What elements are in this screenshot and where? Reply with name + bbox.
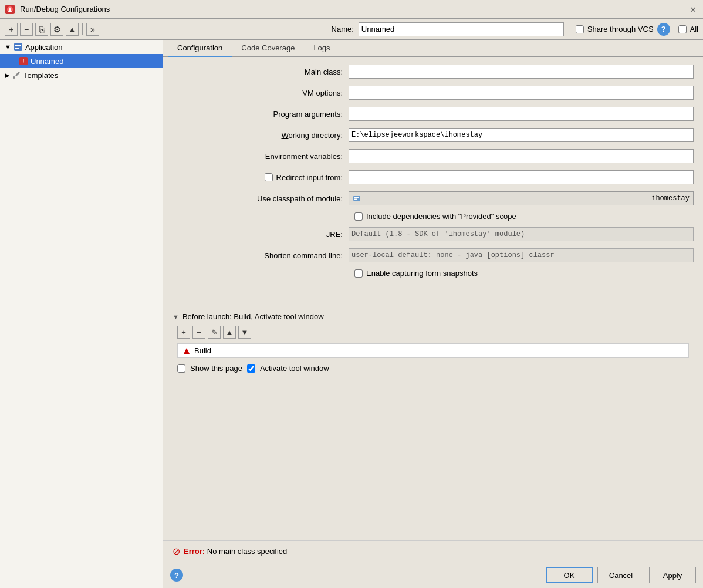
main-class-row: Main class:	[173, 64, 694, 79]
env-vars-row: Environment variables:	[173, 148, 694, 164]
env-vars-label: Environment variables:	[173, 152, 349, 161]
svg-text:!: !	[22, 58, 24, 65]
error-detail: No main class specified	[207, 547, 288, 556]
ok-button[interactable]: OK	[546, 567, 593, 583]
shorten-cmd-input[interactable]	[349, 248, 694, 262]
svg-marker-12	[184, 348, 190, 354]
tab-code-coverage[interactable]: Code Coverage	[232, 40, 304, 57]
sidebar-item-unnamed[interactable]: ! Unnamed	[0, 54, 163, 68]
redirect-label: Redirect input from:	[173, 173, 349, 182]
settings-button[interactable]: ⚙	[50, 23, 63, 36]
classpath-label: Use classpath of module:	[173, 194, 349, 203]
apply-button[interactable]: Apply	[649, 567, 696, 583]
tabs-bar: Configuration Code Coverage Logs	[163, 40, 703, 57]
svg-rect-9	[353, 196, 360, 201]
program-args-label: Program arguments:	[173, 110, 349, 119]
remove-config-button[interactable]: −	[20, 23, 33, 36]
sidebar-item-application[interactable]: ▼ Application	[0, 40, 163, 54]
show-page-row: Show this page Activate tool window	[173, 364, 694, 373]
redirect-row: Redirect input from:	[173, 170, 694, 185]
before-launch-add-button[interactable]: +	[177, 326, 190, 339]
share-help-icon[interactable]: ?	[657, 23, 670, 36]
before-launch-title: Before launch: Build, Activate tool wind…	[182, 312, 324, 321]
jre-label: JRE:	[173, 230, 349, 239]
enable-snapshots-row: Enable capturing form snapshots	[173, 269, 694, 278]
program-args-input[interactable]	[349, 107, 694, 121]
main-class-input[interactable]	[349, 65, 694, 79]
title-bar: Run/Debug Configurations ✕	[0, 0, 703, 19]
sidebar: ▼ Application ! Unnamed ▶ Templates	[0, 40, 163, 588]
build-row: Build	[177, 343, 689, 358]
share-vcs-label: Share through VCS	[587, 25, 654, 33]
vm-options-label: VM options:	[173, 89, 349, 97]
right-panel: Configuration Code Coverage Logs Main cl…	[163, 40, 703, 588]
module-icon	[353, 194, 361, 202]
classpath-module-dropdown[interactable]: ihomestay	[349, 191, 694, 205]
sidebar-application-label: Application	[25, 43, 63, 52]
classpath-module-row: Use classpath of module: ihomestay	[173, 191, 694, 206]
add-config-button[interactable]: +	[5, 23, 18, 36]
error-section: ⊘ Error: No main class specified	[163, 540, 703, 562]
error-prefix: Error:	[184, 547, 205, 556]
error-icon: ⊘	[173, 546, 180, 557]
toolbar-separator	[82, 23, 83, 35]
copy-config-button[interactable]: ⎘	[35, 23, 48, 36]
help-button[interactable]: ?	[170, 569, 183, 582]
svg-rect-11	[354, 199, 357, 200]
working-dir-label: Working directory:	[173, 131, 349, 140]
vm-options-row: VM options:	[173, 85, 694, 100]
error-message: Error: No main class specified	[184, 547, 287, 556]
show-page-checkbox[interactable]	[177, 364, 185, 373]
activate-tool-window-checkbox[interactable]	[247, 364, 255, 373]
window-title: Run/Debug Configurations	[20, 5, 110, 13]
enable-snapshots-label: Enable capturing form snapshots	[366, 269, 478, 278]
tab-logs[interactable]: Logs	[304, 40, 339, 57]
classpath-module-value: ihomestay	[651, 194, 690, 202]
before-launch-remove-button[interactable]: −	[192, 326, 205, 339]
show-page-label: Show this page	[190, 364, 242, 373]
redirect-checkbox[interactable]	[265, 173, 273, 181]
more-button[interactable]: »	[86, 23, 99, 36]
before-launch-toolbar: + − ✎ ▲ ▼	[173, 326, 694, 339]
main-class-label: Main class:	[173, 67, 349, 76]
include-deps-checkbox[interactable]	[354, 212, 363, 221]
share-vcs-checkbox[interactable]	[576, 25, 584, 33]
wrench-icon	[12, 70, 21, 80]
jre-input[interactable]	[349, 227, 694, 241]
redirect-input[interactable]	[349, 170, 694, 184]
working-dir-row: Working directory:	[173, 127, 694, 143]
templates-arrow-icon: ▶	[5, 72, 9, 79]
svg-point-8	[13, 76, 15, 79]
shorten-cmd-row: Shorten command line:	[173, 248, 694, 263]
enable-snapshots-checkbox[interactable]	[354, 269, 363, 278]
app-icon	[5, 4, 15, 15]
build-label: Build	[194, 346, 211, 355]
activate-tool-window-label: Activate tool window	[260, 364, 329, 373]
before-launch-up-button[interactable]: ▲	[223, 326, 236, 339]
sidebar-templates-label: Templates	[23, 71, 58, 80]
before-launch-down-button[interactable]: ▼	[238, 326, 251, 339]
svg-rect-10	[354, 197, 359, 198]
svg-rect-3	[14, 43, 22, 51]
tab-configuration[interactable]: Configuration	[168, 40, 232, 57]
expand-arrow-icon: ▼	[5, 43, 11, 50]
close-button[interactable]: ✕	[688, 4, 698, 15]
name-label: Name:	[332, 25, 354, 33]
before-launch-section: ▼ Before launch: Build, Activate tool wi…	[173, 307, 694, 373]
all-checkbox[interactable]	[678, 25, 687, 33]
bottom-bar: ? OK Cancel Apply	[163, 562, 703, 588]
cancel-button[interactable]: Cancel	[597, 567, 644, 583]
all-label: All	[690, 25, 698, 33]
working-dir-input[interactable]	[349, 128, 694, 142]
vm-options-input[interactable]	[349, 86, 694, 100]
name-input[interactable]	[359, 22, 564, 36]
config-panel: Main class: VM options: Program argument…	[163, 57, 703, 540]
before-launch-edit-button[interactable]: ✎	[208, 326, 221, 339]
move-up-button[interactable]: ▲	[66, 23, 79, 36]
application-icon	[13, 42, 23, 52]
shorten-cmd-label: Shorten command line:	[173, 251, 349, 260]
sidebar-item-templates[interactable]: ▶ Templates	[0, 68, 163, 82]
build-icon	[182, 347, 191, 355]
svg-rect-4	[15, 45, 21, 46]
env-vars-input[interactable]	[349, 149, 694, 163]
